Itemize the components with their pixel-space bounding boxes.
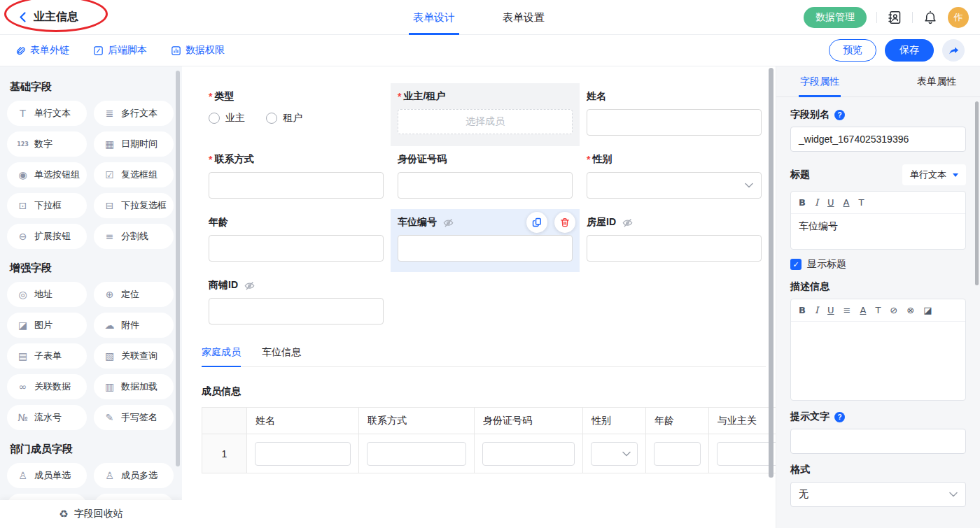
panel-tab-form-properties[interactable]: 表单属性 <box>917 66 956 97</box>
sidebar-item-member-multi[interactable]: ♙成员多选 <box>94 463 174 488</box>
preview-button[interactable]: 预览 <box>829 39 876 62</box>
hint-input[interactable] <box>790 429 966 454</box>
copy-field-button[interactable] <box>526 212 547 233</box>
sidebar-item-radio-button-group[interactable]: ◉单选按钮组 <box>7 162 87 187</box>
sidebar-item-dropdown[interactable]: ⊡下拉框 <box>7 193 87 218</box>
underline-icon[interactable]: U <box>827 198 834 207</box>
title-editor-content[interactable]: 车位编号 <box>791 214 965 249</box>
format-select[interactable]: 无 <box>790 482 966 507</box>
back-nav[interactable]: 业主信息 <box>11 7 85 27</box>
help-icon[interactable]: ? <box>834 110 845 120</box>
table-cell-select[interactable] <box>591 442 638 466</box>
sidebar-item-image[interactable]: ◪图片 <box>7 313 87 338</box>
link-icon[interactable]: ⊘ <box>890 306 897 315</box>
bold-icon[interactable]: B <box>799 306 806 315</box>
show-title-checkbox[interactable]: 显示标题 <box>790 258 966 271</box>
sidebar-item-multi-line-text[interactable]: ≣多行文本 <box>94 101 174 126</box>
field-id-number[interactable]: 身份证号码 <box>391 146 580 209</box>
italic-icon[interactable]: I <box>815 198 818 207</box>
sidebar-item-number[interactable]: 123数字 <box>7 131 87 157</box>
sidebar-item-linked-data[interactable]: ∞关联数据 <box>7 374 87 399</box>
name-input[interactable] <box>587 109 762 136</box>
tab-form-settings[interactable]: 表单设置 <box>498 0 549 35</box>
panel-scrollbar-thumb[interactable] <box>975 101 979 285</box>
field-type[interactable]: *类型 业主租户 <box>202 83 391 146</box>
id-number-input[interactable] <box>398 172 573 199</box>
font-size-icon[interactable]: T <box>875 306 881 315</box>
field-contact[interactable]: *联系方式 <box>202 146 391 209</box>
avatar[interactable]: 作 <box>948 7 969 28</box>
panel-scrollbar[interactable] <box>975 101 979 521</box>
toolbar-link-form-external-link[interactable]: 表单外链 <box>15 44 69 57</box>
field-shop-id[interactable]: 商铺ID <box>202 272 391 335</box>
sidebar-item-attachment[interactable]: ☁附件 <box>94 313 174 338</box>
sidebar-item-dropdown-multi[interactable]: ⊟下拉复选框 <box>94 193 174 218</box>
help-icon[interactable]: ? <box>834 412 845 422</box>
shop-id-input[interactable] <box>209 298 384 324</box>
font-color-icon[interactable]: A <box>860 306 866 315</box>
type-radio-option-1[interactable]: 租户 <box>266 112 302 124</box>
bold-icon[interactable]: B <box>799 198 806 207</box>
font-size-icon[interactable]: T <box>858 198 864 207</box>
sidebar-item-address[interactable]: ◎地址 <box>7 282 87 307</box>
sidebar-item-divider[interactable]: ≡分割线 <box>94 224 174 249</box>
table-cell-input[interactable] <box>654 442 701 466</box>
toolbar-link-data-permission[interactable]: 数据权限 <box>171 44 225 57</box>
form-canvas[interactable]: *类型 业主租户 *业主/租户 选择成员 姓名 *联系方式 身份证号码 <box>182 66 776 528</box>
sidebar-scrollbar-thumb[interactable] <box>176 71 180 466</box>
age-input[interactable] <box>209 235 384 262</box>
sidebar-item-checkbox-group[interactable]: ☑复选框组 <box>94 162 174 187</box>
field-gender[interactable]: *性别 <box>580 146 769 209</box>
sidebar-item-serial-number[interactable]: №流水号 <box>7 405 87 430</box>
tab-form-design[interactable]: 表单设计 <box>409 0 459 35</box>
align-icon[interactable]: ≡ <box>844 306 851 315</box>
back-icon[interactable] <box>18 11 27 23</box>
image-icon[interactable]: ◪ <box>923 306 932 315</box>
alias-input[interactable]: _widget_1674025319396 <box>790 127 966 152</box>
radio-icon[interactable] <box>266 113 277 124</box>
field-house-id[interactable]: 房屋ID <box>580 209 769 272</box>
widget-type-select[interactable]: 单行文本 <box>902 164 966 185</box>
sidebar-item-member-single[interactable]: ♙成员单选 <box>7 463 87 488</box>
field-recycle-bin[interactable]: ♻ 字段回收站 <box>0 500 182 528</box>
italic-icon[interactable]: I <box>815 306 818 315</box>
desc-editor-content[interactable] <box>791 322 965 400</box>
notification-bell-icon[interactable] <box>923 10 938 25</box>
toolbar-link-backend-script[interactable]: 后端脚本 <box>93 44 147 57</box>
sidebar-item-single-line-text[interactable]: T单行文本 <box>7 101 87 126</box>
sidebar-item-sub-form[interactable]: ▤子表单 <box>7 343 87 369</box>
parking-no-input[interactable] <box>398 235 573 262</box>
sidebar-item-linked-query[interactable]: ▧关联查询 <box>94 343 174 369</box>
delete-field-button[interactable] <box>554 212 575 233</box>
canvas-scrollbar[interactable] <box>769 66 774 528</box>
underline-icon[interactable]: U <box>827 306 834 315</box>
subtab-family-members[interactable]: 家庭成员 <box>202 346 241 366</box>
field-age[interactable]: 年龄 <box>202 209 391 272</box>
sidebar-item-data-load[interactable]: ▥数据加载 <box>94 374 174 399</box>
font-color-icon[interactable]: A <box>844 198 850 207</box>
sidebar-item-signature[interactable]: ✎手写签名 <box>94 405 174 430</box>
table-cell-input[interactable] <box>255 442 351 466</box>
sidebar-item-extend-button[interactable]: ⊖扩展按钮 <box>7 224 87 249</box>
house-id-input[interactable] <box>587 235 762 262</box>
checkbox-checked-icon[interactable] <box>790 259 802 270</box>
sidebar-item-location[interactable]: ⊕定位 <box>94 282 174 307</box>
sidebar-scrollbar[interactable] <box>176 71 180 524</box>
panel-tab-field-properties[interactable]: 字段属性 <box>800 66 839 97</box>
table-cell-input[interactable] <box>482 442 575 466</box>
save-button[interactable]: 保存 <box>885 39 934 62</box>
data-manage-button[interactable]: 数据管理 <box>804 7 867 28</box>
subtab-parking-info[interactable]: 车位信息 <box>262 346 301 366</box>
field-name[interactable]: 姓名 <box>580 83 769 146</box>
contacts-icon[interactable] <box>887 10 902 25</box>
canvas-scrollbar-thumb[interactable] <box>769 68 774 478</box>
field-owner[interactable]: *业主/租户 选择成员 <box>391 83 580 146</box>
radio-icon[interactable] <box>209 113 220 124</box>
field-parking-no-selected[interactable]: 车位编号 <box>391 209 580 272</box>
contact-input[interactable] <box>209 172 384 199</box>
table-cell-input[interactable] <box>367 442 466 466</box>
gender-select[interactable] <box>587 172 762 199</box>
member-select-box[interactable]: 选择成员 <box>398 109 573 134</box>
unlink-icon[interactable]: ⊗ <box>906 306 914 315</box>
share-button[interactable] <box>942 39 965 62</box>
